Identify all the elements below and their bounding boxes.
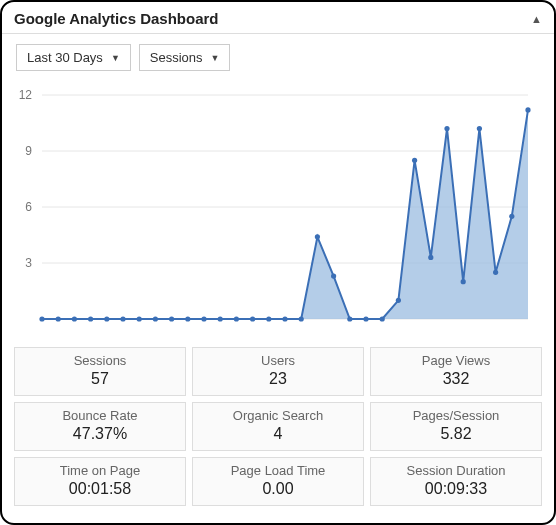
- svg-point-13: [104, 316, 109, 321]
- chart: 36912: [2, 75, 554, 347]
- svg-point-17: [169, 316, 174, 321]
- chevron-down-icon: ▼: [211, 53, 220, 63]
- svg-point-22: [250, 316, 255, 321]
- svg-point-29: [363, 316, 368, 321]
- svg-point-20: [218, 316, 223, 321]
- stat-label: Session Duration: [375, 463, 537, 479]
- svg-point-25: [299, 316, 304, 321]
- stat-label: Page Views: [375, 353, 537, 369]
- svg-point-21: [234, 316, 239, 321]
- svg-point-9: [39, 316, 44, 321]
- svg-point-10: [56, 316, 61, 321]
- svg-text:6: 6: [25, 200, 32, 214]
- chevron-down-icon: ▼: [111, 53, 120, 63]
- stat-card: Time on Page00:01:58: [14, 457, 186, 506]
- stat-value: 23: [197, 369, 359, 390]
- svg-point-31: [396, 298, 401, 303]
- stat-label: Sessions: [19, 353, 181, 369]
- stat-card: Bounce Rate47.37%: [14, 402, 186, 451]
- collapse-icon[interactable]: ▲: [531, 13, 542, 25]
- stat-label: Time on Page: [19, 463, 181, 479]
- svg-point-30: [380, 316, 385, 321]
- svg-point-24: [282, 316, 287, 321]
- stat-label: Organic Search: [197, 408, 359, 424]
- metric-select[interactable]: Sessions ▼: [139, 44, 231, 71]
- stat-value: 47.37%: [19, 424, 181, 445]
- svg-point-32: [412, 158, 417, 163]
- date-range-select[interactable]: Last 30 Days ▼: [16, 44, 131, 71]
- svg-point-11: [72, 316, 77, 321]
- stats-grid: Sessions57Users23Page Views332Bounce Rat…: [2, 347, 554, 518]
- svg-point-39: [525, 107, 530, 112]
- stat-card: Users23: [192, 347, 364, 396]
- svg-point-16: [153, 316, 158, 321]
- svg-point-38: [509, 214, 514, 219]
- svg-text:9: 9: [25, 144, 32, 158]
- svg-text:3: 3: [25, 256, 32, 270]
- svg-point-34: [444, 126, 449, 131]
- panel-title: Google Analytics Dashboard: [14, 10, 219, 27]
- stat-card: Page Views332: [370, 347, 542, 396]
- stat-value: 332: [375, 369, 537, 390]
- stat-value: 5.82: [375, 424, 537, 445]
- svg-point-15: [137, 316, 142, 321]
- svg-point-28: [347, 316, 352, 321]
- stat-card: Page Load Time0.00: [192, 457, 364, 506]
- svg-point-18: [185, 316, 190, 321]
- controls-row: Last 30 Days ▼ Sessions ▼: [2, 34, 554, 75]
- stat-card: Session Duration00:09:33: [370, 457, 542, 506]
- svg-point-26: [315, 234, 320, 239]
- svg-point-12: [88, 316, 93, 321]
- svg-point-36: [477, 126, 482, 131]
- date-range-label: Last 30 Days: [27, 50, 103, 65]
- metric-label: Sessions: [150, 50, 203, 65]
- stat-label: Bounce Rate: [19, 408, 181, 424]
- stat-value: 57: [19, 369, 181, 390]
- svg-point-19: [201, 316, 206, 321]
- svg-text:12: 12: [19, 88, 33, 102]
- stat-value: 0.00: [197, 479, 359, 500]
- svg-point-37: [493, 270, 498, 275]
- svg-point-35: [461, 279, 466, 284]
- sessions-chart-svg: 36912: [8, 81, 538, 337]
- stat-value: 00:01:58: [19, 479, 181, 500]
- stat-label: Pages/Session: [375, 408, 537, 424]
- svg-point-23: [266, 316, 271, 321]
- stat-card: Sessions57: [14, 347, 186, 396]
- stat-card: Organic Search4: [192, 402, 364, 451]
- svg-point-14: [120, 316, 125, 321]
- stat-value: 4: [197, 424, 359, 445]
- analytics-panel: Google Analytics Dashboard ▲ Last 30 Day…: [0, 0, 556, 525]
- svg-point-27: [331, 273, 336, 278]
- stat-label: Users: [197, 353, 359, 369]
- svg-point-33: [428, 255, 433, 260]
- stat-card: Pages/Session5.82: [370, 402, 542, 451]
- panel-header: Google Analytics Dashboard ▲: [2, 2, 554, 34]
- stat-value: 00:09:33: [375, 479, 537, 500]
- stat-label: Page Load Time: [197, 463, 359, 479]
